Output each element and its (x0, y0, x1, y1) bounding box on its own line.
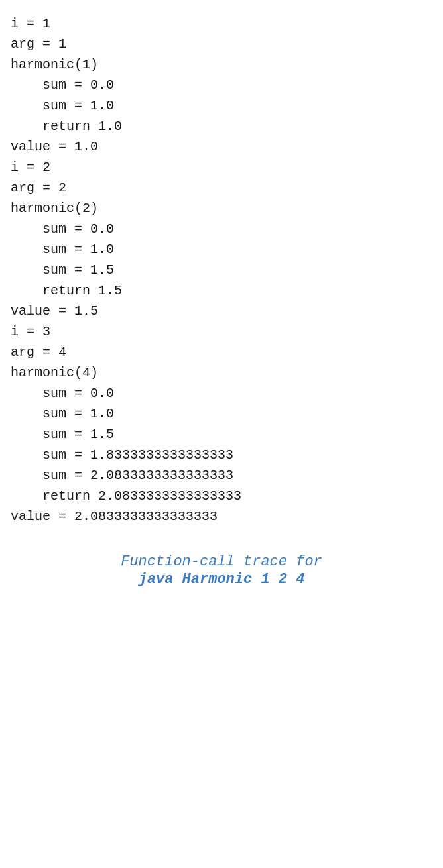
trace-line: sum = 1.0 (11, 404, 432, 424)
trace-line: i = 1 (11, 13, 432, 34)
trace-line: arg = 2 (11, 178, 432, 198)
trace-line: arg = 1 (11, 34, 432, 54)
trace-line: arg = 4 (11, 342, 432, 362)
trace-line: harmonic(1) (11, 54, 432, 75)
trace-line: sum = 0.0 (11, 219, 432, 239)
trace-output: i = 1arg = 1harmonic(1) sum = 0.0 sum = … (11, 13, 432, 527)
trace-line: sum = 1.0 (11, 95, 432, 116)
trace-line: value = 1.0 (11, 136, 432, 157)
caption-line2: java Harmonic 1 2 4 (11, 571, 432, 588)
trace-line: sum = 1.8333333333333333 (11, 445, 432, 465)
trace-line: sum = 0.0 (11, 75, 432, 95)
trace-line: value = 1.5 (11, 301, 432, 321)
trace-line: return 1.5 (11, 280, 432, 301)
trace-line: sum = 2.0833333333333333 (11, 465, 432, 486)
trace-line: sum = 1.5 (11, 260, 432, 280)
caption-line1: Function-call trace for (11, 553, 432, 570)
trace-line: sum = 1.0 (11, 239, 432, 260)
trace-line: harmonic(4) (11, 362, 432, 383)
trace-line: value = 2.0833333333333333 (11, 506, 432, 527)
trace-line: i = 2 (11, 157, 432, 178)
trace-line: sum = 1.5 (11, 424, 432, 445)
trace-line: i = 3 (11, 321, 432, 342)
trace-line: harmonic(2) (11, 198, 432, 219)
trace-line: sum = 0.0 (11, 383, 432, 404)
trace-line: return 2.0833333333333333 (11, 486, 432, 506)
trace-line: return 1.0 (11, 116, 432, 136)
caption-area: Function-call trace for java Harmonic 1 … (11, 553, 432, 588)
